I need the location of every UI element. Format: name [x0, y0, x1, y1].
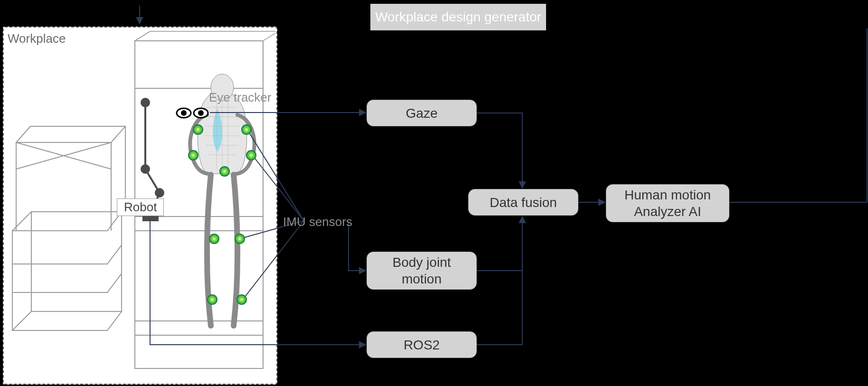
banner-workplace-design-generator: Workplace design generator	[370, 4, 546, 30]
imu-sensor-icon	[246, 150, 256, 160]
node-ros2: ROS2	[367, 331, 477, 358]
workplace-label: Workplace	[8, 31, 66, 46]
robot-label: Robot	[117, 198, 164, 216]
imu-sensor-icon	[219, 166, 230, 177]
svg-point-32	[198, 110, 204, 116]
eye-tracker-icon	[176, 106, 209, 120]
imu-sensor-icon	[236, 294, 247, 305]
diagram-stage: Workplace	[0, 0, 868, 386]
svg-point-30	[181, 110, 187, 116]
svg-point-17	[156, 189, 163, 197]
imu-sensor-icon	[241, 124, 252, 135]
node-body-joint-motion: Body joint motion	[367, 252, 477, 290]
imu-sensor-icon	[188, 150, 198, 160]
imu-sensors-label: IMU sensors	[283, 215, 352, 229]
svg-point-15	[142, 99, 149, 106]
imu-sensor-icon	[209, 234, 219, 244]
eye-tracker-label: Eye tracker	[209, 90, 272, 105]
node-gaze: Gaze	[367, 100, 477, 126]
imu-sensor-icon	[207, 294, 217, 305]
svg-line-4	[135, 31, 150, 41]
svg-point-16	[142, 165, 149, 173]
imu-sensor-icon	[193, 124, 203, 135]
node-data-fusion: Data fusion	[468, 189, 578, 216]
svg-marker-0	[12, 311, 122, 330]
node-human-motion-analyzer-ai: Human motion Analyzer AI	[606, 184, 729, 222]
svg-line-5	[263, 31, 275, 41]
imu-sensor-icon	[235, 234, 245, 244]
